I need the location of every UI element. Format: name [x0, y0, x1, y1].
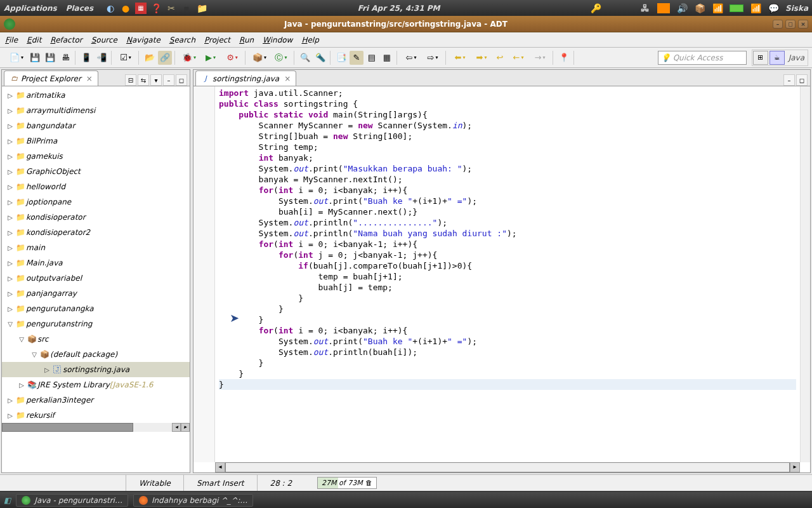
tree-twisty-icon[interactable]: ▷ — [6, 123, 15, 130]
link-editor-button[interactable]: ⇆ — [138, 74, 149, 86]
ext-button[interactable]: ⚙ — [222, 51, 242, 65]
files-icon[interactable]: 📁 — [196, 3, 207, 14]
heap-status[interactable]: 27M of 73M 🗑 — [317, 477, 377, 489]
tree-twisty-icon[interactable]: ▷ — [6, 138, 15, 145]
saveall-button[interactable]: 💾 — [43, 51, 57, 65]
tree-item[interactable]: ▽📦 (default package) — [2, 347, 190, 362]
back-button[interactable]: ⬅ — [450, 51, 470, 65]
open-type-button[interactable]: 📂 — [143, 51, 157, 65]
update-icon[interactable]: ● — [120, 3, 131, 14]
props-button[interactable]: ▦ — [380, 51, 394, 65]
minimize-button[interactable]: – — [773, 20, 783, 29]
tree-twisty-icon[interactable]: ▷ — [6, 275, 15, 282]
chat-icon[interactable]: 💬 — [768, 3, 779, 14]
tree-item[interactable]: ▷📁 aritmatika — [2, 88, 190, 103]
newclass-button[interactable]: Ⓒ — [271, 51, 291, 65]
code-area[interactable]: import java.util.Scanner; public class s… — [215, 86, 800, 462]
tree-item[interactable]: ▽📦 src — [2, 331, 190, 347]
menu-places[interactable]: Places — [66, 4, 93, 13]
print-button[interactable]: 🖶 — [58, 51, 72, 65]
menu-search[interactable]: Search — [169, 36, 195, 44]
scroll-right-icon[interactable]: ▸ — [790, 462, 800, 472]
tree-twisty-icon[interactable]: ▽ — [30, 351, 39, 358]
tree-twisty-icon[interactable]: ▽ — [6, 321, 15, 328]
app-icon[interactable]: ▦ — [135, 3, 147, 14]
tree-item[interactable]: ▷📁 kondisioperator — [2, 210, 190, 225]
volume-icon[interactable]: 🔊 — [676, 3, 688, 14]
minimize-editor-button[interactable]: – — [783, 74, 795, 86]
save-button[interactable]: 💾 — [28, 51, 42, 65]
maximize-view-button[interactable]: ◻ — [176, 74, 187, 86]
tree-item[interactable]: ▷📁 pengurutanangka — [2, 301, 190, 316]
tree-item[interactable]: ▷📁 bangundatar — [2, 118, 190, 133]
network-icon[interactable]: 🖧 — [639, 3, 651, 14]
pin-button[interactable]: 📍 — [557, 51, 571, 65]
maximize-button[interactable]: ◻ — [785, 20, 796, 29]
outline-button[interactable]: ▤ — [365, 51, 379, 65]
tree-item[interactable]: ▷📁 perkalian3integer — [2, 392, 190, 408]
tree-item[interactable]: ▷📚 JRE System Library [JavaSE-1.6 — [2, 377, 190, 392]
tree-twisty-icon[interactable]: ▷ — [6, 199, 15, 206]
tree-item[interactable]: ▷🇯 sortingstring.java — [2, 362, 190, 377]
task-button[interactable]: 📑 — [334, 51, 348, 65]
search-button[interactable]: 🔦 — [313, 51, 327, 65]
tree-twisty-icon[interactable]: ▷ — [6, 305, 15, 312]
terminal-icon[interactable]: ▪ — [181, 3, 192, 14]
open-perspective-button[interactable]: ⊞ — [753, 51, 768, 65]
tree-item[interactable]: ▷📁 joptionpane — [2, 194, 190, 210]
maximize-editor-button[interactable]: ◻ — [796, 74, 808, 86]
taskbar-item-eclipse[interactable]: Java - pengurutanstri… — [16, 494, 128, 507]
key-icon[interactable]: 🔑 — [590, 3, 601, 14]
link-button[interactable]: 🔗 — [158, 51, 172, 65]
menu-edit[interactable]: Edit — [27, 36, 41, 44]
tools-icon[interactable]: ✂ — [166, 3, 177, 14]
menu-file[interactable]: File — [5, 36, 18, 44]
tree-twisty-icon[interactable]: ▷ — [6, 260, 15, 267]
lint-button[interactable]: ☑ — [115, 51, 136, 65]
tree-item[interactable]: ▷📁 BilPrima — [2, 133, 190, 149]
tree-twisty-icon[interactable]: ▷ — [6, 92, 15, 99]
show-desktop-icon[interactable]: ◧ — [4, 496, 11, 505]
tree-item[interactable]: ▽📁 pengurutanstring — [2, 316, 190, 331]
tree-twisty-icon[interactable]: ▷ — [17, 382, 26, 389]
new-button[interactable]: 📄 — [6, 51, 27, 65]
view-menu-button[interactable]: ▾ — [150, 74, 162, 86]
project-explorer-tab[interactable]: 🗀 Project Explorer × — [4, 70, 98, 86]
tree-item[interactable]: ▷📁 GraphicObject — [2, 164, 190, 179]
tree-item[interactable]: ▷📁 arraymultidimensi — [2, 103, 190, 118]
editor-gutter[interactable] — [193, 86, 215, 462]
menu-refactor[interactable]: Refactor — [50, 36, 82, 44]
sdk-button[interactable]: 📱 — [79, 51, 93, 65]
tree-twisty-icon[interactable]: ▷ — [6, 153, 15, 160]
chrome-icon[interactable]: ◐ — [105, 3, 116, 14]
editor-tab[interactable]: J sortingstring.java × — [195, 70, 296, 86]
help-icon[interactable]: ❓ — [150, 3, 162, 14]
menu-window[interactable]: Window — [263, 36, 292, 44]
tree-item[interactable]: ▷📁 gamekuis — [2, 149, 190, 164]
marker-button[interactable]: ✎ — [350, 51, 363, 65]
tree-item[interactable]: ▷📁 main — [2, 240, 190, 255]
scroll-left-icon[interactable]: ◂ — [215, 462, 225, 472]
tree-item[interactable]: ▷📁 panjangarray — [2, 286, 190, 301]
minimize-view-button[interactable]: – — [163, 74, 174, 86]
tree-twisty-icon[interactable]: ▷ — [6, 168, 15, 175]
taskbar-item-browser[interactable]: Indahnya berbagi ^_^:… — [133, 494, 253, 507]
tree-twisty-icon[interactable]: ▷ — [6, 107, 15, 114]
tree-twisty-icon[interactable]: ▷ — [6, 214, 15, 221]
tree-hscrollbar[interactable]: ◂▸ — [2, 423, 190, 432]
menu-applications[interactable]: Applications — [4, 4, 57, 13]
tree-twisty-icon[interactable]: ▷ — [6, 244, 15, 251]
close-button[interactable]: × — [798, 20, 808, 29]
tree-twisty-icon[interactable]: ▷ — [6, 412, 15, 419]
nav-back-button[interactable]: ← — [508, 51, 528, 65]
tree-item[interactable]: ▷📁 outputvariabel — [2, 271, 190, 286]
tree-item[interactable]: ▷📁 Main.java — [2, 255, 190, 271]
newpkg-button[interactable]: 📦 — [249, 51, 270, 65]
wifi-icon[interactable]: 📶 — [712, 3, 723, 14]
menu-help[interactable]: Help — [301, 36, 318, 44]
wireless-icon[interactable]: 📶 — [750, 3, 761, 14]
menu-project[interactable]: Project — [204, 36, 230, 44]
editor-hscrollbar[interactable]: ◂ ▸ — [215, 462, 800, 472]
package-icon[interactable]: 📦 — [694, 3, 705, 14]
tree-twisty-icon[interactable]: ▷ — [6, 397, 15, 404]
